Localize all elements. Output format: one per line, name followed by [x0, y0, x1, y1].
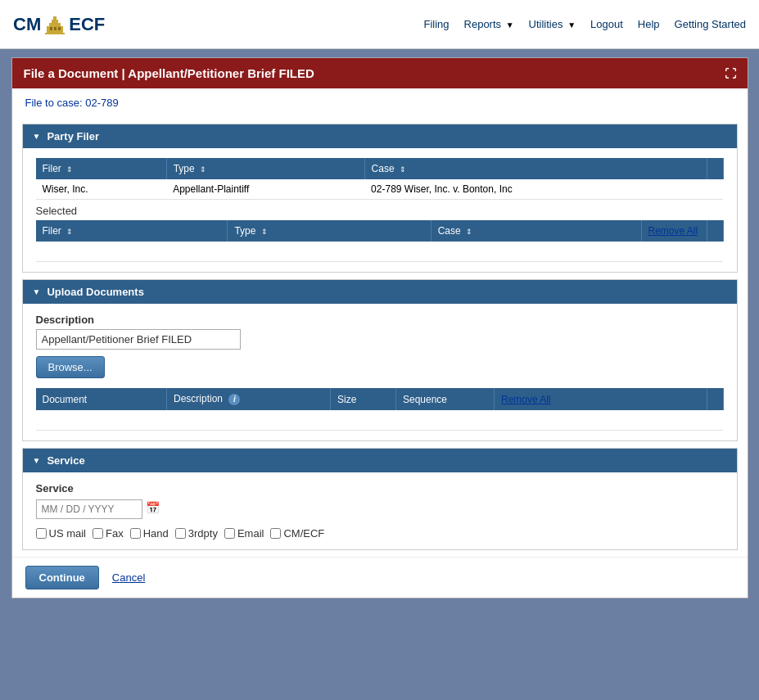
- party-filer-collapse-icon: ▼: [33, 132, 41, 141]
- us-mail-checkbox[interactable]: [36, 528, 47, 539]
- documents-table: Document Description i Size Sequence: [36, 388, 724, 431]
- svg-rect-6: [54, 27, 56, 30]
- table-row: Wiser, Inc. Appellant-Plaintiff 02-789 W…: [36, 179, 724, 200]
- service-checkboxes: US mail Fax Hand 3rdpty Email: [36, 527, 724, 540]
- selected-case-col[interactable]: Case ⇕: [431, 220, 641, 242]
- logo-building-icon: [43, 15, 67, 34]
- doc-description-col: Description i: [167, 388, 331, 410]
- 3rdpty-checkbox[interactable]: [175, 528, 186, 539]
- selected-type-sort-icon: ⇕: [261, 228, 268, 236]
- upload-documents-body: Description Browse... Document Descripti…: [23, 304, 737, 440]
- selected-type-col[interactable]: Type ⇕: [228, 220, 431, 242]
- svg-rect-5: [50, 27, 52, 30]
- fax-label: Fax: [106, 527, 124, 540]
- service-collapse-icon: ▼: [33, 456, 41, 465]
- selected-remove-empty: [641, 242, 707, 262]
- email-label: Email: [237, 527, 264, 540]
- remove-all-col[interactable]: Remove All: [641, 220, 707, 242]
- selected-case-empty: [431, 242, 641, 262]
- us-mail-label: US mail: [49, 527, 87, 540]
- selected-filer-sort-icon: ⇕: [66, 228, 73, 236]
- doc-action-col: [707, 388, 723, 410]
- doc-sequence-col: Sequence: [396, 388, 495, 410]
- svg-rect-3: [53, 16, 56, 20]
- page-header: File a Document | Appellant/Petitioner B…: [12, 58, 748, 88]
- description-info-icon[interactable]: i: [228, 394, 240, 405]
- service-section: ▼ Service Service 📅 US mail Fax: [22, 448, 738, 550]
- nav-filing[interactable]: Filing: [423, 18, 449, 30]
- selected-type-empty: [228, 242, 431, 262]
- case-sort-icon: ⇕: [400, 165, 406, 174]
- type-col-header[interactable]: Type ⇕: [166, 158, 364, 179]
- filer-table: Filer ⇕ Type ⇕ Case ⇕: [36, 158, 724, 200]
- us-mail-checkbox-item: US mail: [36, 527, 87, 540]
- fax-checkbox-item: Fax: [93, 527, 124, 540]
- selected-table: Filer ⇕ Type ⇕ Case ⇕ Remove All: [36, 220, 724, 262]
- doc-size-col: Size: [331, 388, 396, 410]
- case-number: 02-789: [85, 97, 118, 109]
- cmecf-checkbox-item: CM/ECF: [270, 527, 324, 540]
- logo-ecf: ECF: [69, 14, 105, 35]
- party-filer-body: Filer ⇕ Type ⇕ Case ⇕: [23, 148, 737, 272]
- nav-reports-dropdown[interactable]: Reports ▼: [464, 18, 514, 30]
- case-col-header[interactable]: Case ⇕: [364, 158, 707, 179]
- filer-name: Wiser, Inc.: [36, 179, 167, 200]
- filer-row-action: [707, 179, 723, 200]
- email-checkbox[interactable]: [224, 528, 235, 539]
- service-header-label: Service: [47, 454, 84, 467]
- upload-documents-header[interactable]: ▼ Upload Documents: [23, 280, 737, 304]
- filer-case: 02-789 Wiser, Inc. v. Bonton, Inc: [364, 179, 707, 200]
- expand-icon[interactable]: ⛶: [725, 67, 736, 80]
- svg-rect-4: [45, 33, 65, 34]
- selected-filer-col[interactable]: Filer ⇕: [36, 220, 228, 242]
- party-filer-header[interactable]: ▼ Party Filer: [23, 124, 737, 148]
- fax-checkbox[interactable]: [93, 528, 103, 539]
- selected-action-col: [707, 220, 723, 242]
- nav-reports-link[interactable]: Reports: [464, 18, 502, 30]
- filer-action-col: [707, 158, 723, 179]
- selected-case-sort-icon: ⇕: [466, 228, 472, 236]
- doc-empty-row: [36, 410, 724, 431]
- top-navigation: CM ECF Filing Reports ▼ Utilities ▼ Logo…: [0, 0, 759, 49]
- filer-type: Appellant-Plaintiff: [166, 179, 364, 200]
- service-header[interactable]: ▼ Service: [23, 449, 737, 472]
- page-title: File a Document | Appellant/Petitioner B…: [24, 66, 314, 80]
- nav-logout[interactable]: Logout: [590, 18, 623, 30]
- selected-label: Selected: [36, 200, 724, 220]
- continue-button[interactable]: Continue: [25, 566, 99, 589]
- description-label: Description: [36, 314, 724, 326]
- nav-utilities-dropdown[interactable]: Utilities ▼: [529, 18, 576, 30]
- type-sort-icon: ⇕: [200, 165, 206, 174]
- app-logo: CM ECF: [13, 14, 105, 35]
- file-to-case: File to case: 02-789: [12, 88, 748, 117]
- selected-action-empty: [707, 242, 723, 262]
- hand-checkbox[interactable]: [130, 528, 141, 539]
- calendar-icon[interactable]: 📅: [146, 501, 162, 517]
- selected-filer-empty: [36, 242, 228, 262]
- upload-documents-section: ▼ Upload Documents Description Browse...…: [22, 279, 738, 441]
- nav-help[interactable]: Help: [638, 18, 660, 30]
- footer-buttons: Continue Cancel: [12, 557, 748, 598]
- browse-button[interactable]: Browse...: [36, 356, 105, 378]
- doc-remove-all-link[interactable]: Remove All: [501, 394, 551, 405]
- filer-col-header[interactable]: Filer ⇕: [36, 158, 167, 179]
- cancel-link[interactable]: Cancel: [112, 571, 145, 584]
- svg-rect-7: [58, 27, 61, 30]
- hand-checkbox-item: Hand: [130, 527, 169, 540]
- party-filer-section: ▼ Party Filer Filer ⇕ Type ⇕: [22, 124, 738, 273]
- remove-all-link[interactable]: Remove All: [648, 225, 698, 237]
- upload-label: Upload Documents: [47, 286, 143, 298]
- description-input[interactable]: [36, 329, 241, 350]
- reports-arrow-icon: ▼: [506, 20, 514, 29]
- hand-label: Hand: [143, 527, 169, 540]
- cmecf-checkbox[interactable]: [270, 528, 281, 539]
- service-date-input[interactable]: [36, 499, 142, 519]
- doc-remove-all-col[interactable]: Remove All: [495, 388, 707, 410]
- service-label: Service: [36, 482, 724, 495]
- 3rdpty-checkbox-item: 3rdpty: [175, 527, 218, 540]
- filer-sort-icon: ⇕: [66, 165, 73, 174]
- nav-getting-started[interactable]: Getting Started: [675, 18, 746, 30]
- date-input-group: 📅: [36, 499, 724, 519]
- 3rdpty-label: 3rdpty: [188, 527, 218, 540]
- nav-utilities-link[interactable]: Utilities: [529, 18, 563, 30]
